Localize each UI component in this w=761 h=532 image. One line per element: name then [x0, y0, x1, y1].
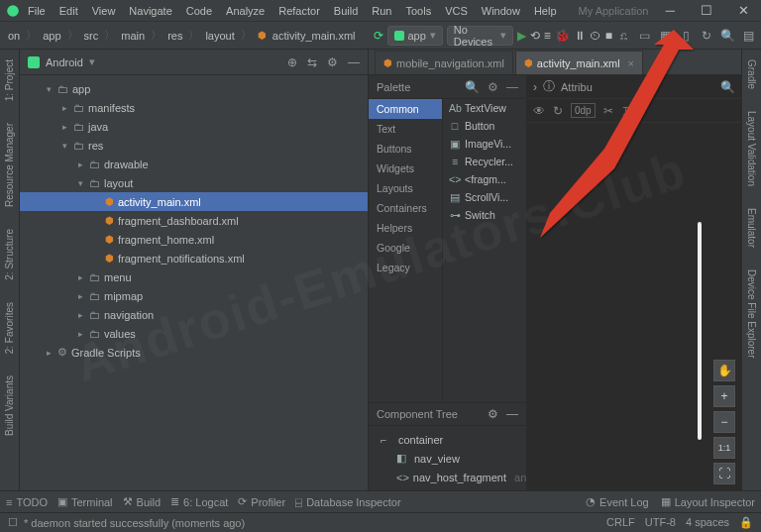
crumb[interactable]: res [165, 30, 184, 42]
dp-indicator[interactable]: 0dp [571, 103, 596, 118]
sync2-icon[interactable]: ↻ [700, 29, 713, 43]
panel-hide-icon[interactable]: — [348, 55, 360, 69]
tree-row[interactable]: ⬢fragment_notifications.xml [20, 249, 368, 267]
status-encoding[interactable]: UTF-8 [645, 516, 676, 529]
breadcrumb[interactable]: on〉 app〉 src〉 main〉 res〉 layout〉 ⬢ activ… [6, 28, 358, 43]
bottom-profiler[interactable]: ⟳Profiler [238, 495, 285, 508]
palette-item[interactable]: ≡Recycler... [443, 153, 526, 170]
bottom-build[interactable]: ⚒Build [123, 495, 161, 508]
menu-view[interactable]: View [86, 3, 122, 19]
bottom-layout-inspector[interactable]: ▦Layout Inspector [661, 495, 755, 508]
window-close[interactable]: ✕ [732, 1, 755, 20]
stop-icon[interactable]: ■ [605, 29, 612, 43]
rail-build-variants[interactable]: Build Variants [4, 372, 15, 440]
tree-row[interactable]: ▸🗀manifests [20, 98, 368, 117]
menu-refactor[interactable]: Refactor [272, 3, 326, 19]
crumb[interactable]: on [6, 30, 22, 42]
tree-row[interactable]: ▾🗀layout [20, 173, 368, 192]
tree-row[interactable]: ⬢fragment_home.xml [20, 230, 368, 249]
component-tree-row[interactable]: <>nav_host_fragmentan... [369, 468, 526, 486]
window-maximize[interactable]: ☐ [695, 1, 718, 20]
tab-activity-main[interactable]: ⬢activity_main.xml× [515, 51, 643, 74]
profile-icon[interactable]: ≡ [544, 29, 551, 43]
zoom-11-button[interactable]: 1:1 [713, 437, 735, 459]
palette-group[interactable]: Widgets [369, 159, 442, 178]
tree-row[interactable]: ▸⚙Gradle Scripts [20, 343, 368, 362]
bottom-terminal[interactable]: ▣Terminal [57, 495, 113, 508]
sx-icon[interactable]: ✂ [603, 104, 613, 118]
tree-row[interactable]: ▸🗀drawable [20, 155, 368, 173]
tree-row[interactable]: ▸🗀values [20, 324, 368, 343]
comp-tree-gear-icon[interactable]: ⚙ [488, 407, 498, 421]
palette-item[interactable]: ⊶Switch [443, 206, 526, 224]
zoom-out-button[interactable]: − [713, 411, 735, 433]
component-tree-row[interactable]: ◧nav_view [369, 449, 526, 468]
menu-file[interactable]: File [22, 3, 52, 19]
sync-icon[interactable]: ⟳ [374, 29, 383, 43]
tab-mobile-navigation[interactable]: ⬢mobile_navigation.xml [375, 51, 513, 74]
project-tree[interactable]: ▾🗀app▸🗀manifests▸🗀java▾🗀res▸🗀drawable▾🗀l… [20, 75, 368, 490]
rail-favorites[interactable]: 2: Favorites [4, 298, 15, 358]
project-view-selector[interactable]: Android [46, 56, 83, 68]
tree-row[interactable]: ▾🗀res [20, 136, 368, 155]
crumb[interactable]: app [41, 30, 62, 42]
palette-group[interactable]: Layouts [369, 178, 442, 198]
palette-hide-icon[interactable]: — [506, 80, 518, 94]
rail-emulator[interactable]: Emulator [746, 204, 757, 252]
close-tab-icon[interactable]: × [628, 57, 634, 69]
attr-info-icon[interactable]: ⓘ [543, 78, 555, 95]
status-icon[interactable]: ☐ [8, 516, 18, 529]
settings-icon[interactable]: ▤ [741, 29, 755, 43]
tree-row[interactable]: ▸🗀java [20, 117, 368, 136]
menu-analyze[interactable]: Analyze [220, 3, 271, 19]
debug-icon[interactable]: ⟲ [530, 29, 540, 43]
tree-row[interactable]: ▾🗀app [20, 79, 368, 98]
tree-row[interactable]: ▸🗀navigation [20, 305, 368, 324]
tree-row[interactable]: ⬢fragment_dashboard.xml [20, 211, 368, 230]
menu-run[interactable]: Run [366, 3, 397, 19]
dash-icon[interactable]: ⏲ [590, 29, 601, 43]
menu-window[interactable]: Window [476, 3, 526, 19]
run-button[interactable]: ▶ [517, 29, 526, 43]
palette-item[interactable]: □Button [443, 117, 526, 135]
scroll-from-source-icon[interactable]: ⊕ [287, 55, 297, 69]
bottom-db-inspector[interactable]: ⌸Database Inspector [295, 496, 400, 508]
zoom-in-button[interactable]: + [713, 385, 735, 407]
rail-structure[interactable]: 2: Structure [4, 225, 15, 284]
search-icon[interactable]: 🔍 [720, 29, 734, 43]
comp-tree-hide-icon[interactable]: — [506, 407, 518, 421]
palette-item[interactable]: ▣ImageVi... [443, 135, 526, 153]
status-crlf[interactable]: CRLF [606, 516, 635, 529]
menu-help[interactable]: Help [528, 3, 563, 19]
rail-project[interactable]: 1: Project [4, 55, 15, 105]
palette-group[interactable]: Helpers [369, 218, 442, 238]
collapse-all-icon[interactable]: ⇆ [307, 55, 317, 69]
crumb[interactable]: layout [203, 30, 236, 42]
bottom-todo[interactable]: ≡TODO [6, 496, 48, 508]
menu-vcs[interactable]: VCS [439, 3, 474, 19]
rail-device-file-explorer[interactable]: Device File Explorer [746, 266, 757, 362]
eye-icon[interactable]: 👁 [533, 104, 545, 118]
ibeam-icon[interactable]: 𝙸 [621, 104, 629, 118]
component-tree[interactable]: ⌐container◧nav_view<>nav_host_fragmentan… [369, 426, 526, 490]
attr-back-icon[interactable]: › [533, 80, 537, 94]
rail-gradle[interactable]: Gradle [746, 55, 757, 93]
palette-gear-icon[interactable]: ⚙ [488, 80, 498, 94]
palette-item[interactable]: AbTextView [443, 99, 526, 117]
rail-layout-validation[interactable]: Layout Validation [746, 107, 757, 190]
git-icon[interactable]: ⎌ [616, 29, 630, 43]
tree-row[interactable]: ▸🗀mipmap [20, 286, 368, 305]
pan-button[interactable]: ✋ [713, 360, 735, 381]
attach-icon[interactable]: ⏸ [574, 29, 586, 43]
rail-resource-manager[interactable]: Resource Manager [4, 119, 15, 211]
menu-navigate[interactable]: Navigate [123, 3, 177, 19]
device-selector[interactable]: No Devices ▾ [447, 26, 513, 46]
attr-search-icon[interactable]: 🔍 [720, 80, 735, 94]
menu-build[interactable]: Build [328, 3, 364, 19]
crumb[interactable]: activity_main.xml [271, 30, 358, 42]
zoom-fit-button[interactable]: ⛶ [713, 463, 735, 484]
menu-edit[interactable]: Edit [54, 3, 84, 19]
status-lock-icon[interactable]: 🔒 [739, 516, 753, 529]
sdk-icon[interactable]: ▦ [658, 29, 672, 43]
panel-gear-icon[interactable]: ⚙ [327, 55, 338, 69]
